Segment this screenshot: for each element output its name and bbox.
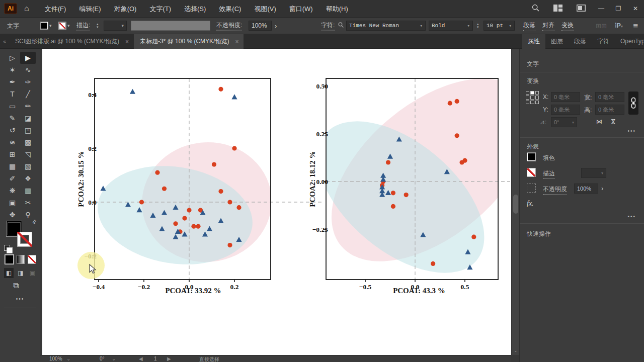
- home-icon[interactable]: ⌂: [24, 4, 29, 13]
- color-button[interactable]: [5, 255, 14, 264]
- hand-tool[interactable]: ✥: [5, 209, 20, 221]
- direct-selection-tool[interactable]: ▷: [5, 52, 20, 64]
- menu-help[interactable]: 帮助(H): [319, 0, 355, 18]
- paragraph-button[interactable]: 段落: [523, 21, 535, 31]
- shaper-tool[interactable]: ✎: [5, 112, 20, 124]
- menu-select[interactable]: 选择(S): [178, 0, 212, 18]
- eraser-tool[interactable]: ◪: [20, 112, 36, 124]
- curvature-tool[interactable]: ✑: [20, 76, 36, 88]
- stroke-color-swatch[interactable]: ▾: [58, 22, 70, 30]
- free-transform-tool[interactable]: ▩: [20, 136, 36, 148]
- window-minimize-button[interactable]: —: [593, 0, 610, 18]
- font-search-icon[interactable]: [338, 22, 344, 29]
- arrange-documents-icon[interactable]: [577, 5, 586, 13]
- draw-normal-button[interactable]: ◧: [4, 268, 14, 278]
- stroke-weight-dropdown[interactable]: ▾: [104, 21, 127, 31]
- reference-point-locator[interactable]: [526, 91, 539, 104]
- menu-type[interactable]: 文字(T): [143, 0, 178, 18]
- transform-button[interactable]: 变换: [561, 21, 574, 31]
- fill-color-swatch[interactable]: ▾: [40, 22, 52, 30]
- flip-horizontal-icon[interactable]: ⋈: [596, 118, 602, 125]
- properties-panel-icon[interactable]: ⫶P▾: [615, 22, 623, 30]
- menu-view[interactable]: 视图(V): [248, 0, 282, 18]
- panel-tab-layers[interactable]: 图层: [545, 34, 569, 49]
- toolbar-more-icon[interactable]: •••: [0, 296, 40, 302]
- blend-tool[interactable]: ❖: [20, 172, 36, 185]
- collapse-toolbar-icon[interactable]: «: [0, 34, 9, 48]
- appearance-stroke-swatch[interactable]: [527, 168, 536, 177]
- appearance-opacity-link[interactable]: 不透明度: [543, 185, 567, 195]
- slice-tool[interactable]: ✂: [20, 197, 36, 209]
- search-icon[interactable]: [532, 4, 539, 13]
- appearance-stroke-weight-dropdown[interactable]: ▾: [581, 168, 606, 178]
- rotation-dropdown[interactable]: 0°: [100, 356, 105, 361]
- draw-behind-button[interactable]: ◨: [16, 268, 25, 278]
- menu-window[interactable]: 窗口(W): [283, 0, 319, 18]
- rotate-angle-field[interactable]: 0°▾: [551, 117, 577, 127]
- gradient-tool[interactable]: ▧: [20, 160, 36, 172]
- opacity-arrow-button[interactable]: ›: [601, 185, 603, 192]
- illustrator-logo-icon[interactable]: Ai: [4, 3, 17, 14]
- workspace-switcher-icon[interactable]: [553, 5, 562, 13]
- y-field[interactable]: 0 毫米: [551, 105, 580, 115]
- gradient-button[interactable]: [17, 255, 25, 264]
- symbol-sprayer-tool[interactable]: ❋: [5, 185, 20, 197]
- close-icon[interactable]: ×: [235, 38, 238, 45]
- window-close-button[interactable]: ✕: [627, 0, 644, 18]
- magic-wand-tool[interactable]: ✶: [5, 64, 20, 76]
- effects-button[interactable]: fx.: [527, 200, 534, 208]
- paintbrush-tool[interactable]: ✏: [20, 100, 36, 112]
- font-size-stepper[interactable]: ▴▾: [477, 23, 479, 29]
- artboard-tool[interactable]: ▣: [5, 197, 20, 209]
- height-field[interactable]: 0 毫米: [595, 105, 624, 115]
- document-tab-doc-sci[interactable]: SCI图形排版.ai @ 100 % (CMYK/预览)×: [9, 34, 134, 49]
- flip-vertical-icon[interactable]: ⋈: [610, 119, 617, 125]
- constrain-proportions-icon[interactable]: [628, 92, 638, 115]
- menu-object[interactable]: 对象(O): [108, 0, 143, 18]
- lasso-tool[interactable]: ∿: [20, 64, 36, 76]
- shape-builder-tool[interactable]: ⊞: [5, 148, 20, 160]
- width-field[interactable]: 0 毫米: [595, 92, 624, 102]
- vertical-scrollbar[interactable]: ⌄: [511, 49, 519, 355]
- menu-edit[interactable]: 编辑(E): [72, 0, 107, 18]
- panel-tab-character[interactable]: 字符: [592, 34, 615, 49]
- align-button[interactable]: 对齐: [542, 21, 554, 31]
- scroll-down-icon[interactable]: ⌄: [514, 348, 518, 353]
- type-tool[interactable]: T: [5, 88, 20, 100]
- width-tool[interactable]: ≋: [5, 136, 20, 148]
- font-style-dropdown[interactable]: Bold▾: [429, 21, 473, 31]
- document-tab-doc-untitled3[interactable]: 未标题-3* @ 100 % (CMYK/预览)×: [134, 34, 244, 49]
- opacity-value-field[interactable]: 100%: [249, 21, 272, 31]
- window-maximize-button[interactable]: ❐: [610, 0, 627, 18]
- x-field[interactable]: 0 毫米: [551, 92, 580, 102]
- default-fill-stroke-icon[interactable]: [4, 245, 10, 251]
- panel-tab-paragraph[interactable]: 段落: [569, 34, 592, 49]
- vertical-scrollbar-thumb[interactable]: [513, 195, 518, 214]
- rotate-tool[interactable]: ↺: [5, 124, 20, 136]
- rectangle-tool[interactable]: ▭: [5, 100, 20, 112]
- menu-effect[interactable]: 效果(C): [212, 0, 248, 18]
- opacity-link[interactable]: 不透明度:: [216, 21, 242, 31]
- stroke-link[interactable]: 描边:: [76, 21, 90, 31]
- control-bar-menu-icon[interactable]: ≣: [633, 22, 638, 30]
- close-icon[interactable]: ×: [125, 38, 129, 45]
- artboard-next-icon[interactable]: ▶: [167, 356, 171, 361]
- character-link[interactable]: 字符:: [321, 21, 335, 31]
- transform-more-icon[interactable]: •••: [627, 128, 636, 134]
- none-button[interactable]: [28, 255, 36, 264]
- appearance-opacity-field[interactable]: 100%: [574, 184, 598, 194]
- appearance-more-icon[interactable]: •••: [627, 214, 636, 219]
- appearance-stroke-link[interactable]: 描边: [543, 169, 555, 179]
- artboard-prev-icon[interactable]: ◀: [139, 356, 143, 361]
- mesh-tool[interactable]: ▦: [5, 160, 20, 172]
- menu-file[interactable]: 文件(F): [38, 0, 73, 18]
- scale-tool[interactable]: ◳: [20, 124, 36, 136]
- zoom-level-dropdown[interactable]: 100%: [49, 356, 62, 361]
- font-family-dropdown[interactable]: Times New Roman▾: [346, 21, 426, 31]
- panel-tab-properties[interactable]: 属性: [522, 34, 545, 49]
- line-segment-tool[interactable]: ╱: [20, 88, 36, 100]
- artboard-canvas[interactable]: −0.4−0.20.00.20.40.20.0−0.2PCOA1: 33.92 …: [42, 49, 511, 355]
- stroke-weight-stepper[interactable]: ▴▾: [97, 23, 99, 29]
- appearance-fill-swatch[interactable]: [527, 152, 536, 161]
- column-graph-tool[interactable]: ▥: [20, 185, 36, 197]
